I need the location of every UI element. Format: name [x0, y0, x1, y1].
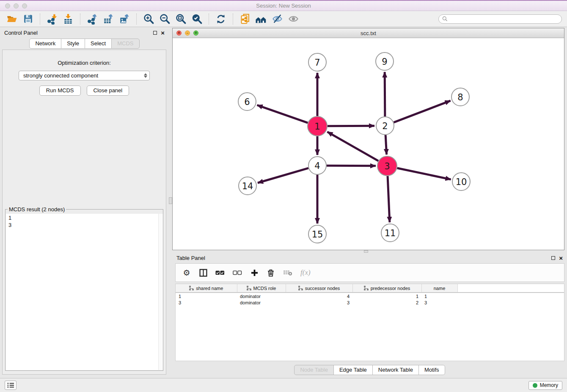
memory-button[interactable]: Memory — [528, 381, 562, 390]
table-tab-motifs[interactable]: Motifs — [418, 365, 445, 375]
node-label: 3 — [384, 161, 390, 171]
node-label: 8 — [457, 92, 463, 102]
vertical-splitter-handle[interactable] — [169, 197, 172, 204]
control-tab-mcds[interactable]: MCDS — [111, 39, 139, 49]
graph-node-4[interactable]: 4 — [308, 157, 326, 174]
table-cell[interactable]: 3 — [421, 299, 457, 306]
table-settings-button[interactable]: ⚙ — [182, 269, 191, 277]
zoom-selected-button[interactable] — [190, 13, 204, 25]
status-bar: Memory — [0, 378, 567, 392]
show-all-button[interactable] — [286, 13, 300, 25]
table-tab-node-table[interactable]: Node Table — [294, 365, 334, 375]
node-label: 11 — [385, 228, 396, 238]
zoom-in-button[interactable] — [142, 13, 155, 25]
delete-table-button[interactable] — [283, 269, 292, 276]
graph-node-11[interactable]: 11 — [381, 224, 399, 242]
import-table-button[interactable] — [61, 13, 75, 25]
close-panel-button[interactable]: Close panel — [87, 86, 129, 96]
table-tab-network-table[interactable]: Network Table — [372, 365, 419, 375]
open-session-button[interactable] — [5, 13, 19, 25]
export-table-button[interactable] — [102, 13, 115, 25]
minimize-network-button[interactable] — [185, 30, 190, 36]
graph-node-9[interactable]: 9 — [376, 52, 394, 70]
unchecked-boxes-icon — [233, 271, 242, 275]
graph-edge-1-2[interactable] — [328, 126, 374, 126]
graph-edge-4-3[interactable] — [327, 166, 376, 166]
graph-edge-2-9[interactable] — [385, 72, 385, 116]
import-network-button[interactable] — [45, 13, 59, 25]
delete-columns-button[interactable] — [267, 269, 275, 277]
close-table-panel-icon[interactable]: × — [559, 256, 563, 260]
new-network-from-selection-button[interactable] — [238, 13, 252, 25]
column-header-MCDS-role[interactable]: MCDS role — [237, 284, 286, 293]
hide-selected-button[interactable] — [270, 13, 284, 25]
control-tab-network[interactable]: Network — [29, 39, 61, 49]
mcds-result-list[interactable]: 13 — [6, 214, 162, 370]
close-network-button[interactable] — [176, 30, 182, 36]
graph-edge-2-3[interactable] — [385, 135, 386, 155]
select-all-columns-button[interactable] — [215, 271, 225, 275]
table-tabs: Node TableEdge TableNetwork TableMotifs — [172, 365, 567, 375]
graph-edge-2-8[interactable] — [394, 101, 451, 122]
table-cell[interactable]: 2 — [352, 299, 421, 306]
column-header-predecessor-nodes[interactable]: predecessor nodes — [352, 284, 421, 293]
control-tab-style[interactable]: Style — [61, 39, 85, 49]
graph-node-14[interactable]: 14 — [239, 177, 256, 195]
search-input[interactable] — [450, 16, 558, 22]
graph-node-10[interactable]: 10 — [452, 173, 470, 190]
table-cell[interactable]: 1 — [352, 293, 421, 299]
graph-edge-4-14[interactable] — [258, 168, 308, 183]
table-tab-edge-table[interactable]: Edge Table — [333, 365, 373, 375]
graph-node-3[interactable]: 3 — [377, 156, 397, 176]
open-folder-icon — [6, 14, 17, 25]
graph-node-8[interactable]: 8 — [451, 88, 469, 106]
float-panel-icon[interactable] — [153, 31, 157, 35]
create-column-button[interactable] — [250, 269, 259, 276]
table-cell[interactable]: 1 — [421, 293, 457, 299]
column-header-shared-name[interactable]: shared name — [176, 284, 237, 293]
task-history-button[interactable] — [5, 381, 17, 390]
close-panel-icon[interactable]: × — [161, 31, 165, 35]
toolbar-separator — [80, 14, 80, 25]
network-window-titlebar[interactable]: scc.txt — [173, 28, 564, 38]
table-cell[interactable]: dominator — [237, 293, 286, 299]
save-session-button[interactable] — [21, 13, 35, 25]
graph-node-15[interactable]: 15 — [308, 225, 326, 243]
export-network-icon — [87, 14, 98, 25]
unselect-all-columns-button[interactable] — [233, 271, 242, 275]
zoom-out-button[interactable] — [158, 13, 171, 25]
first-neighbors-button[interactable] — [254, 13, 268, 25]
maximize-network-button[interactable] — [193, 30, 198, 36]
export-network-button[interactable] — [85, 13, 99, 25]
graph-node-7[interactable]: 7 — [308, 53, 326, 71]
graph-edge-3-10[interactable] — [397, 168, 451, 179]
graph-node-1[interactable]: 1 — [308, 116, 327, 136]
zoom-fit-icon — [175, 13, 187, 25]
function-builder-button[interactable]: f(x) — [300, 268, 311, 277]
result-scrollbar[interactable] — [158, 214, 163, 370]
table-cell[interactable]: 3 — [176, 299, 237, 306]
graph-node-2[interactable]: 2 — [376, 117, 394, 135]
network-window-title: scc.txt — [173, 30, 564, 36]
column-header-successor-nodes[interactable]: successor nodes — [286, 284, 352, 293]
graph-node-6[interactable]: 6 — [238, 93, 256, 110]
export-image-button[interactable] — [118, 13, 131, 25]
network-canvas[interactable]: 1234678910111415 — [173, 38, 564, 250]
graph-edge-3-11[interactable] — [388, 176, 390, 222]
zoom-fit-content-button[interactable] — [174, 13, 187, 25]
float-table-panel-icon[interactable] — [551, 256, 555, 260]
graph-edge-3-1[interactable] — [327, 132, 378, 161]
table-cell[interactable]: 1 — [176, 293, 237, 299]
table-cell[interactable]: 4 — [286, 293, 352, 299]
run-mcds-button[interactable]: Run MCDS — [39, 86, 81, 96]
control-tab-select[interactable]: Select — [85, 39, 112, 49]
table-cell[interactable]: 3 — [286, 299, 352, 306]
apply-preferred-layout-button[interactable] — [214, 13, 228, 25]
graph-edge-1-6[interactable] — [257, 105, 308, 123]
column-header-name[interactable]: name — [421, 284, 457, 293]
criterion-dropdown[interactable]: strongly connected component — [19, 71, 150, 80]
search-box[interactable] — [438, 14, 562, 24]
table-cell[interactable]: dominator — [237, 299, 286, 306]
show-columns-button[interactable] — [199, 269, 207, 277]
mcds-result-line: 1 — [8, 214, 160, 221]
